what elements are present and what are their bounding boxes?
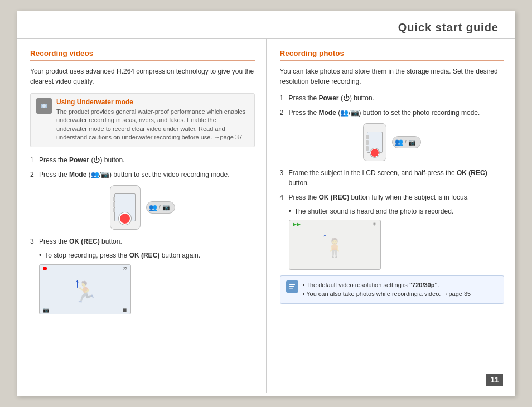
screen-bottom-left: 📷	[43, 307, 49, 313]
video-bullet-1: To stop recording, press the OK (REC) bu…	[39, 251, 255, 260]
video-step-1: 1 Press the Power (⏻) button.	[30, 155, 255, 165]
photo-nav-btn-3	[366, 146, 369, 151]
photo-mode-button: 👥 / 📷	[392, 136, 421, 148]
photo-step-text-3: Frame the subject in the LCD screen, and…	[289, 168, 505, 188]
photo-top-right: ⚛	[373, 221, 377, 227]
mode-button: 👥 / 📷	[146, 201, 175, 214]
step-text-2: Press the Mode (👥/📷) button to set the v…	[39, 169, 255, 180]
photo-device-illustration: 👥 / 📷	[280, 123, 505, 161]
page-title: Quick start guide	[398, 21, 499, 33]
photo-top-icon1: ▶▶	[293, 221, 301, 227]
right-section-intro: You can take photos and store them in th…	[280, 66, 505, 86]
video-nav-controls	[113, 197, 115, 212]
left-section-intro: Your product uses advanced H.264 compres…	[30, 66, 255, 86]
mode-slash: /	[159, 204, 161, 211]
video-step-3: 3 Press the OK (REC) button.	[30, 236, 255, 246]
photo-screen: ▶▶ ⚛ 🧍 ↑	[289, 220, 381, 270]
right-column: Recording photos You can take photos and…	[267, 39, 516, 393]
timer-indicator: ⏱	[122, 266, 127, 272]
page-number: 11	[486, 374, 503, 386]
notes-box: • The default video resolution setting i…	[280, 275, 505, 304]
underwater-icon	[36, 98, 52, 114]
nav-btn-3	[113, 208, 115, 212]
rec-indicator	[43, 266, 47, 272]
photo-mode-button-group: 👥 / 📷	[392, 136, 421, 148]
photo-step-num-1: 1	[280, 93, 289, 103]
photo-camera-body	[363, 123, 386, 161]
video-screen-wrapper: ⏱ 🏃 ↑ 📷 ⏹	[39, 264, 255, 314]
photo-screen-topbar: ▶▶ ⚛	[289, 220, 380, 228]
photo-nav-btn-2	[366, 140, 369, 145]
photo-step-2: 2 Press the Mode (👥/📷) button to set the…	[280, 108, 505, 118]
photo-step-3: 3 Frame the subject in the LCD screen, a…	[280, 168, 505, 188]
photo-step-num-3: 3	[280, 168, 289, 178]
video-screen-content: 🏃 ↑	[40, 273, 130, 306]
photo-bullet-text: The shutter sound is heard and the photo…	[294, 207, 454, 216]
video-screen-topbar: ⏱	[40, 265, 130, 273]
left-section-title: Recording videos	[30, 49, 255, 61]
right-section-title: Recording photos	[280, 49, 505, 61]
photo-nav-btn-1	[366, 135, 369, 139]
photo-step-4: 4 Press the OK (REC) button fully when t…	[280, 192, 505, 202]
step-num-1: 1	[30, 155, 39, 165]
svg-point-2	[42, 104, 46, 108]
video-camera-body	[110, 185, 141, 230]
nav-btn-2	[113, 202, 115, 207]
mode-button-group: 👥 / 📷	[146, 201, 175, 214]
notes-content: • The default video resolution setting i…	[303, 280, 471, 299]
underwater-title: Using Underwater mode	[56, 98, 249, 106]
arrow-up-icon: ↑	[74, 276, 80, 290]
photo-step-1: 1 Press the Power (⏻) button.	[280, 93, 505, 103]
svg-rect-6	[289, 288, 293, 289]
photo-mode-icon-camera: 📷	[408, 139, 416, 146]
svg-rect-5	[289, 286, 294, 287]
photo-nav-controls	[366, 135, 369, 151]
left-column: Recording videos Your product uses advan…	[17, 39, 267, 393]
video-bullet-text: To stop recording, press the OK (REC) bu…	[45, 251, 200, 260]
photo-step-text-1: Press the Power (⏻) button.	[289, 93, 505, 103]
screen-bottom-right: ⏹	[122, 307, 127, 313]
step-text-1: Press the Power (⏻) button.	[39, 155, 255, 165]
svg-rect-4	[289, 284, 295, 285]
photo-record-button	[370, 148, 379, 157]
photo-screen-content: 🧍 ↑	[289, 228, 380, 260]
content: Recording videos Your product uses advan…	[17, 39, 515, 393]
mode-icon-camera: 📷	[162, 204, 170, 211]
video-screen-bottombar: 📷 ⏹	[40, 306, 130, 314]
photo-arrow-icon: ↑	[322, 231, 327, 244]
photo-mode-slash: /	[405, 139, 407, 146]
photo-step-text-2: Press the Mode (👥/📷) button to set the p…	[289, 108, 505, 118]
video-step-2: 2 Press the Mode (👥/📷) button to set the…	[30, 169, 255, 180]
step-num-3: 3	[30, 236, 39, 246]
note-icon	[286, 280, 298, 293]
note-line-2: • You can also take photos while recordi…	[303, 289, 471, 299]
photo-step-num-2: 2	[280, 108, 289, 118]
rec-dot	[43, 267, 47, 270]
step-text-3: Press the OK (REC) button.	[39, 236, 255, 246]
mode-icon-people: 👥	[149, 204, 157, 211]
header: Quick start guide	[17, 11, 515, 39]
page: Quick start guide Recording videos Your …	[17, 11, 515, 396]
underwater-text: The product provides general water-proof…	[56, 108, 249, 142]
photo-screen-wrapper: ▶▶ ⚛ 🧍 ↑	[289, 220, 505, 270]
photo-step-num-4: 4	[280, 192, 289, 202]
underwater-content: Using Underwater mode The product provid…	[56, 98, 249, 142]
photo-bullet-1: The shutter sound is heard and the photo…	[289, 207, 505, 216]
photo-step-text-4: Press the OK (REC) button fully when the…	[289, 192, 505, 202]
video-screen: ⏱ 🏃 ↑ 📷 ⏹	[39, 264, 131, 314]
note-line-1: • The default video resolution setting i…	[303, 280, 471, 290]
underwater-mode-box: Using Underwater mode The product provid…	[30, 93, 255, 147]
nav-btn-1	[113, 197, 115, 201]
photo-mode-icon-people: 👥	[395, 138, 403, 146]
video-record-button	[119, 212, 131, 225]
video-device-illustration: 👥 / 📷	[30, 185, 255, 230]
step-num-2: 2	[30, 169, 39, 180]
